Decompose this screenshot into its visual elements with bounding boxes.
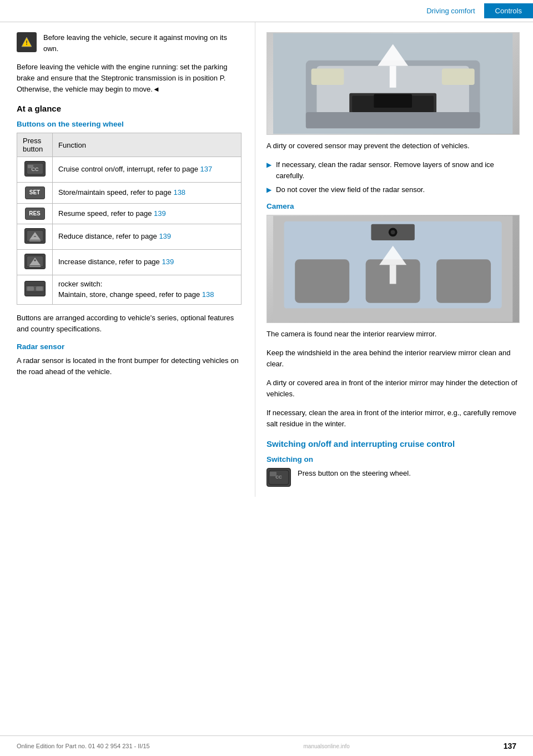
table-function-cell: Reduce distance, refer to page 139 xyxy=(53,224,242,250)
switching-on-text: Press button on the steering wheel. xyxy=(298,468,411,479)
svg-rect-40 xyxy=(270,472,276,476)
table-function-cell: Store/maintain speed, refer to page 138 xyxy=(53,183,242,204)
table-row: Increase distance, refer to page 139 xyxy=(17,250,242,275)
page-ref-1[interactable]: 137 xyxy=(200,165,213,173)
bullet-item-2: ▶ Do not cover the view field of the rad… xyxy=(266,184,520,195)
table-header-function: Function xyxy=(53,133,242,157)
table-header-button: Press button xyxy=(17,133,53,157)
switching-heading: Switching on/off and interrupting cruise… xyxy=(266,439,520,448)
page-ref-2[interactable]: 138 xyxy=(173,188,185,196)
reduce-dist-icon xyxy=(24,228,46,244)
main-content: ! Before leaving the vehicle, secure it … xyxy=(0,22,533,497)
page-footer: Online Edition for Part no. 01 40 2 954 … xyxy=(0,735,533,756)
page-ref-3[interactable]: 139 xyxy=(154,209,166,218)
svg-rect-15 xyxy=(27,287,33,291)
camera-text-4: If necessary, clean the area in front of… xyxy=(266,407,520,430)
camera-text-1: The camera is found near the interior re… xyxy=(266,329,520,340)
page-ref-5[interactable]: 139 xyxy=(162,258,174,266)
header-controls: Controls xyxy=(484,3,533,18)
footer-edition: Online Edition for Part no. 01 40 2 954 … xyxy=(17,743,150,749)
table-icon-cell xyxy=(17,224,53,250)
svg-rect-16 xyxy=(36,287,42,291)
at-a-glance-heading: At a glance xyxy=(17,104,242,113)
table-icon-cell: CC xyxy=(17,157,53,183)
svg-rect-21 xyxy=(442,69,475,85)
footer-watermark: manualsonline.info xyxy=(303,743,349,749)
buttons-heading: Buttons on the steering wheel xyxy=(17,120,242,128)
table-row: SET Store/maintain speed, refer to page … xyxy=(17,183,242,204)
switching-on-button-icon: CC xyxy=(266,468,291,487)
table-icon-cell: SET xyxy=(17,183,53,204)
table-function-cell: Cruise control on/off, interrupt, refer … xyxy=(53,157,242,183)
bullet-item-1: ▶ If necessary, clean the radar sensor. … xyxy=(266,159,520,181)
table-icon-cell: RES xyxy=(17,203,53,224)
svg-rect-20 xyxy=(311,69,344,85)
warning-text: Before leaving the vehicle, secure it ag… xyxy=(43,32,242,54)
warning-box: ! Before leaving the vehicle, secure it … xyxy=(17,32,242,54)
sensor-note: A dirty or covered sensor may prevent th… xyxy=(266,140,520,152)
switching-on-subheading: Switching on xyxy=(266,455,520,463)
svg-rect-24 xyxy=(306,112,480,128)
table-row: rocker switch: Maintain, store, change s… xyxy=(17,275,242,304)
camera-text-3: A dirty or covered area in front of the … xyxy=(266,377,520,400)
header-driving-comfort: Driving comfort xyxy=(418,3,484,18)
table-function-cell: rocker switch: Maintain, store, change s… xyxy=(53,275,242,304)
set-button-icon: SET xyxy=(25,187,45,199)
bullet-arrow-icon: ▶ xyxy=(266,160,271,181)
page-ref-4[interactable]: 139 xyxy=(159,232,171,240)
radar-sensor-image xyxy=(266,32,520,135)
buttons-note-text: Buttons are arranged according to vehicl… xyxy=(17,313,242,335)
rocker-function-line1: rocker switch: xyxy=(58,279,235,290)
table-icon-cell xyxy=(17,250,53,275)
left-column: ! Before leaving the vehicle, secure it … xyxy=(0,22,255,497)
switching-on-row: CC Press button on the steering wheel. xyxy=(266,468,520,487)
sensor-bullet-list: ▶ If necessary, clean the radar sensor. … xyxy=(266,159,520,195)
warning-icon: ! xyxy=(17,32,37,52)
camera-heading: Camera xyxy=(266,202,520,210)
page-header: Driving comfort Controls xyxy=(0,0,533,22)
buttons-table: Press button Function CC xyxy=(17,133,242,304)
radar-heading: Radar sensor xyxy=(17,342,242,351)
svg-rect-4 xyxy=(28,165,33,168)
page-ref-6[interactable]: 138 xyxy=(202,290,214,299)
radar-text: A radar sensor is located in the front b… xyxy=(17,355,242,377)
svg-rect-27 xyxy=(374,94,413,108)
table-function-cell: Increase distance, refer to page 139 xyxy=(53,250,242,275)
rocker-function-line2: Maintain, store, change speed, refer to … xyxy=(58,290,235,300)
camera-text-2: Keep the windshield in the area behind t… xyxy=(266,347,520,370)
increase-dist-icon xyxy=(24,254,46,269)
svg-rect-32 xyxy=(436,259,491,303)
right-column: A dirty or covered sensor may prevent th… xyxy=(255,22,533,497)
rocker-switch-icon xyxy=(24,281,46,296)
bullet-arrow-icon: ▶ xyxy=(266,185,271,195)
page-number: 137 xyxy=(504,742,516,750)
camera-image xyxy=(266,215,520,323)
cc-button-icon: CC xyxy=(24,161,46,177)
body-text-1: Before leaving the vehicle with the engi… xyxy=(17,62,242,95)
svg-rect-30 xyxy=(295,259,350,303)
table-row: CC Cruise control on/off, interrupt, ref… xyxy=(17,157,242,183)
svg-rect-37 xyxy=(390,265,396,284)
table-icon-cell xyxy=(17,275,53,304)
svg-text:!: ! xyxy=(26,39,28,46)
svg-point-35 xyxy=(391,230,395,234)
table-row: Reduce distance, refer to page 139 xyxy=(17,224,242,250)
table-function-cell: Resume speed, refer to page 139 xyxy=(53,203,242,224)
table-row: RES Resume speed, refer to page 139 xyxy=(17,203,242,224)
res-button-icon: RES xyxy=(25,208,45,220)
svg-rect-26 xyxy=(390,66,396,88)
